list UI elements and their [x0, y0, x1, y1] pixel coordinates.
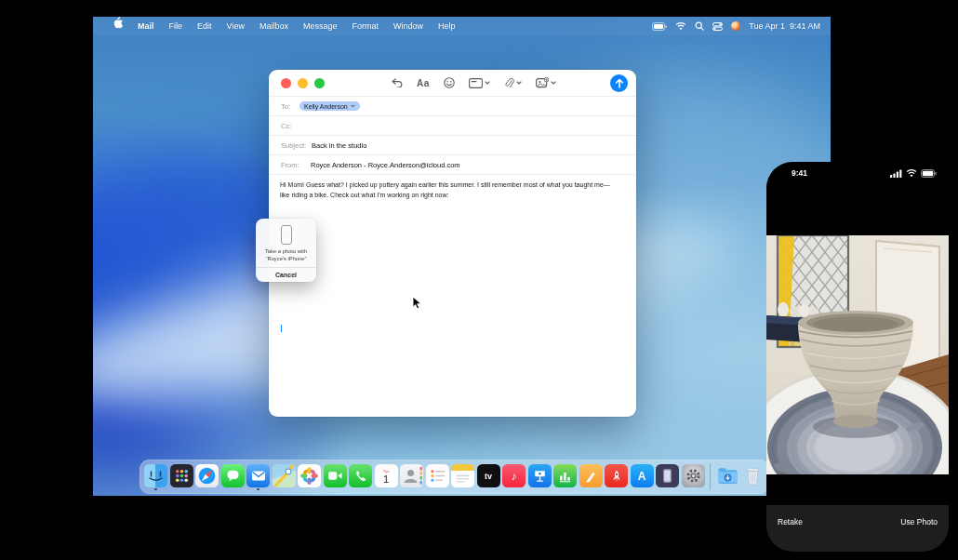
dock-item-photos[interactable]	[298, 464, 321, 489]
message-body-text: Hi Mom! Guess what? I picked up pottery …	[269, 175, 622, 206]
control-center-icon[interactable]	[712, 22, 723, 31]
subject-label: Subject:	[281, 141, 306, 150]
camera-action-bar: Retake Use Photo	[766, 505, 949, 552]
menu-time[interactable]: 9:41 AM	[790, 21, 820, 31]
dock-item-iphone-mirroring[interactable]	[656, 464, 679, 489]
desktop-wallpaper: Mail File Edit View Mailbox Message Form…	[93, 17, 831, 496]
text-caret	[281, 325, 282, 332]
message-body-area[interactable]: Hi Mom! Guess what? I picked up pottery …	[269, 175, 636, 206]
dock-item-rocket[interactable]	[605, 464, 628, 489]
recipient-token[interactable]: Kelly Anderson	[299, 101, 360, 111]
menu-item-mailbox[interactable]: Mailbox	[252, 17, 296, 35]
use-photo-button[interactable]: Use Photo	[900, 517, 938, 527]
cellular-signal-icon	[890, 169, 902, 178]
dock-item-phone[interactable]	[349, 464, 372, 489]
dock-item-trash[interactable]	[741, 464, 765, 489]
menu-item-edit[interactable]: Edit	[190, 17, 220, 35]
battery-icon[interactable]	[652, 22, 667, 31]
dock-item-settings[interactable]	[682, 464, 705, 489]
dock-item-finder[interactable]	[144, 464, 167, 489]
popover-line2: “Royce's iPhone”	[265, 256, 307, 263]
dock-item-downloads[interactable]	[716, 464, 739, 489]
dock-item-pages[interactable]	[579, 464, 603, 489]
dock-item-keynote[interactable]	[528, 464, 552, 489]
running-indicator	[257, 488, 259, 491]
running-indicator	[154, 488, 157, 491]
subject-value: Back in the studio	[312, 141, 366, 150]
appstore-glyph: A	[638, 470, 646, 483]
iphone-status-bar: 9:41	[766, 167, 949, 180]
music-note-glyph: ♪	[512, 470, 517, 483]
dock-item-safari[interactable]	[195, 464, 219, 489]
to-label: To:	[281, 102, 294, 111]
cancel-button[interactable]: Cancel	[256, 268, 316, 282]
undo-icon[interactable]	[392, 78, 403, 87]
from-field[interactable]: From: Royce Anderson - Royce.Anderson@ic…	[269, 155, 636, 175]
dock-item-launchpad[interactable]	[170, 464, 193, 489]
subject-field[interactable]: Subject: Back in the studio	[269, 136, 636, 155]
dock-item-numbers[interactable]	[553, 464, 577, 489]
iphone-outline-icon	[281, 225, 292, 245]
wifi-icon[interactable]	[675, 22, 686, 31]
cc-field[interactable]: Cc:	[269, 116, 636, 136]
close-button[interactable]	[281, 78, 291, 88]
dock-item-reminders[interactable]	[426, 464, 449, 489]
screen: Mail File Edit View Mailbox Message Form…	[0, 0, 958, 560]
recipient-name: Kelly Anderson	[304, 103, 348, 110]
search-icon[interactable]	[695, 21, 704, 31]
dock-item-calendar[interactable]: Tue 1	[375, 464, 398, 489]
emoji-button[interactable]	[444, 77, 455, 88]
mail-compose-window: Aa	[269, 70, 636, 417]
dock-item-music[interactable]: ♪	[502, 464, 526, 489]
insert-photo-button[interactable]	[536, 77, 556, 88]
tv-glyph: tv	[485, 472, 492, 481]
dock-item-facetime[interactable]	[324, 464, 347, 489]
popover-message: Take a photo with “Royce's iPhone”	[265, 248, 307, 263]
from-label: From:	[281, 161, 305, 169]
dock-item-contacts[interactable]	[400, 464, 423, 489]
header-fields-button[interactable]	[469, 78, 490, 88]
menu-item-window[interactable]: Window	[386, 17, 431, 35]
format-button[interactable]: Aa	[417, 78, 430, 88]
dock-separator	[710, 463, 711, 490]
dock-item-messages[interactable]	[221, 464, 245, 489]
wifi-icon	[906, 169, 917, 178]
send-button[interactable]	[610, 74, 628, 92]
attach-button[interactable]	[504, 77, 522, 89]
apple-menu-icon[interactable]	[105, 17, 130, 35]
menu-date[interactable]: Tue Apr 1	[749, 21, 785, 31]
zoom-button[interactable]	[314, 78, 325, 88]
battery-icon	[921, 169, 937, 178]
menu-item-file[interactable]: File	[162, 17, 191, 35]
from-value: Royce Anderson - Royce.Anderson@icloud.c…	[311, 161, 460, 169]
menu-item-format[interactable]: Format	[344, 17, 386, 35]
to-field[interactable]: To: Kelly Anderson	[269, 97, 636, 116]
dock-item-mail[interactable]	[246, 464, 270, 489]
menu-item-app[interactable]: Mail	[130, 17, 162, 35]
continuity-camera-popover: Take a photo with “Royce's iPhone” Cance…	[256, 219, 316, 282]
menu-item-message[interactable]: Message	[296, 17, 345, 35]
dock-item-notes[interactable]	[451, 464, 474, 489]
dock-item-tv[interactable]: tv	[477, 464, 500, 489]
minimize-button[interactable]	[298, 78, 308, 88]
popover-line1: Take a photo with	[265, 248, 307, 256]
dock-item-appstore[interactable]: A	[631, 464, 654, 489]
cc-label: Cc:	[281, 122, 294, 130]
window-titlebar: Aa	[269, 70, 636, 96]
dock: Tue 1 tv ♪	[140, 460, 769, 494]
iphone-camera-screen: 9:41	[766, 162, 949, 552]
iphone-clock: 9:41	[792, 168, 807, 178]
calendar-day: 1	[383, 473, 389, 485]
dock-item-maps[interactable]	[273, 464, 296, 489]
menu-bar: Mail File Edit View Mailbox Message Form…	[93, 17, 831, 35]
camera-photo-pottery	[766, 235, 949, 474]
mouse-cursor	[412, 296, 422, 314]
menu-item-help[interactable]: Help	[431, 17, 463, 35]
user-avatar[interactable]	[731, 21, 740, 31]
menu-item-view[interactable]: View	[220, 17, 252, 35]
retake-button[interactable]: Retake	[778, 517, 803, 527]
